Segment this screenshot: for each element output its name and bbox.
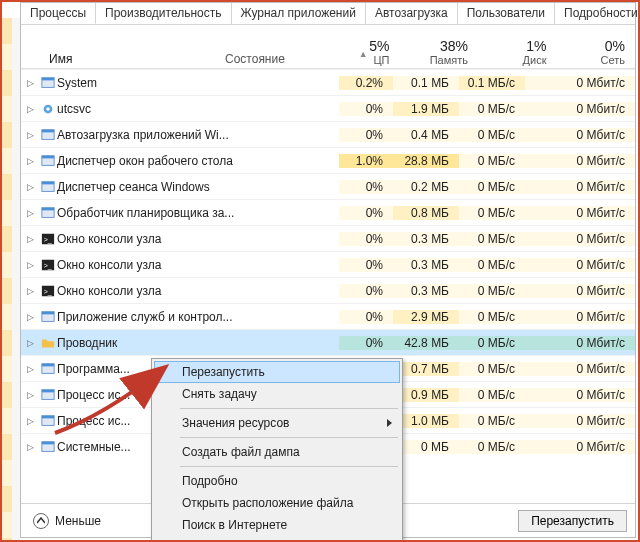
disk-cell: 0 МБ/с [459,336,525,350]
process-icon [39,414,57,428]
process-row[interactable]: ▷Диспетчер сеанса Windows0%0.2 МБ0 МБ/с0… [21,173,635,199]
disk-cell: 0 МБ/с [459,232,525,246]
cpu-cell: 0% [339,128,393,142]
tab-1[interactable]: Производительность [96,3,231,24]
net-cell: 0 Мбит/с [525,232,635,246]
cpu-cell: 0.2% [339,76,393,90]
cpu-cell: 0% [339,102,393,116]
process-row[interactable]: ▷System0.2%0.1 МБ0.1 МБ/с0 Мбит/с [21,69,635,95]
net-cell: 0 Мбит/с [525,76,635,90]
expand-icon[interactable]: ▷ [21,78,39,88]
mem-cell: 0.8 МБ [393,206,459,220]
menu-item[interactable]: Значения ресурсов [154,412,400,434]
expand-icon[interactable]: ▷ [21,442,39,452]
menu-item[interactable]: Открыть расположение файла [154,492,400,514]
disk-cell: 0 МБ/с [459,180,525,194]
mem-cell: 0.3 МБ [393,258,459,272]
net-cell: 0 Мбит/с [525,414,635,428]
net-cell: 0 Мбит/с [525,310,635,324]
process-icon [39,310,57,324]
disk-cell: 0 МБ/с [459,128,525,142]
process-row[interactable]: ▷>_Окно консоли узла0%0.3 МБ0 МБ/с0 Мбит… [21,277,635,303]
process-row[interactable]: ▷>_Окно консоли узла0%0.3 МБ0 МБ/с0 Мбит… [21,251,635,277]
menu-item[interactable]: Подробно [154,470,400,492]
tabs-bar: ПроцессыПроизводительностьЖурнал приложе… [21,3,635,25]
process-name: Приложение служб и контрол... [57,310,241,324]
mem-cell: 2.9 МБ [393,310,459,324]
cpu-cell: 0% [339,284,393,298]
expand-icon[interactable]: ▷ [21,156,39,166]
disk-cell: 0 МБ/с [459,258,525,272]
tab-4[interactable]: Пользователи [458,3,555,24]
net-cell: 0 Мбит/с [525,180,635,194]
bg-strip [0,18,12,542]
process-icon [39,180,57,194]
svg-text:>_: >_ [44,287,52,295]
menu-item[interactable]: Снять задачу [154,383,400,405]
expand-icon[interactable]: ▷ [21,312,39,322]
process-row[interactable]: ▷Проводник0%42.8 МБ0 МБ/с0 Мбит/с [21,329,635,355]
expand-icon[interactable]: ▷ [21,104,39,114]
process-icon: >_ [39,284,57,298]
tab-3[interactable]: Автозагрузка [366,3,458,24]
process-icon [39,388,57,402]
menu-item[interactable]: Поиск в Интернете [154,514,400,536]
net-cell: 0 Мбит/с [525,388,635,402]
col-name-label: Имя [49,52,213,66]
expand-icon[interactable]: ▷ [21,364,39,374]
tab-2[interactable]: Журнал приложений [232,3,366,24]
process-row[interactable]: ▷Приложение служб и контрол...0%2.9 МБ0 … [21,303,635,329]
restart-button[interactable]: Перезапустить [518,510,627,532]
cpu-cell: 0% [339,232,393,246]
col-mem: 38%Память [400,25,479,68]
disk-cell: 0.1 МБ/с [459,76,525,90]
process-row[interactable]: ▷Обработчик планировщика за...0%0.8 МБ0 … [21,199,635,225]
net-cell: 0 Мбит/с [525,128,635,142]
net-cell: 0 Мбит/с [525,258,635,272]
expand-icon[interactable]: ▷ [21,208,39,218]
cpu-cell: 1.0% [339,154,393,168]
process-icon [39,362,57,376]
menu-item[interactable]: Свойства [154,536,400,542]
fewer-details-button[interactable]: Меньше [29,511,105,531]
process-name: Диспетчер сеанса Windows [57,180,241,194]
expand-icon[interactable]: ▷ [21,130,39,140]
expand-icon[interactable]: ▷ [21,416,39,426]
expand-icon[interactable]: ▷ [21,182,39,192]
expand-icon[interactable]: ▷ [21,286,39,296]
process-icon [39,76,57,90]
svg-rect-9 [42,181,54,184]
chevron-up-icon [33,513,49,529]
col-state-label: Состояние [225,52,285,66]
process-row[interactable]: ▷utcsvc0%1.9 МБ0 МБ/с0 Мбит/с [21,95,635,121]
process-row[interactable]: ▷>_Окно консоли узла0%0.3 МБ0 МБ/с0 Мбит… [21,225,635,251]
mem-cell: 0.3 МБ [393,232,459,246]
process-name: Окно консоли узла [57,232,241,246]
tab-0[interactable]: Процессы [21,3,96,24]
col-name: Имя [21,25,221,68]
expand-icon[interactable]: ▷ [21,390,39,400]
disk-cell: 0 МБ/с [459,414,525,428]
expand-icon[interactable]: ▷ [21,260,39,270]
disk-cell: 0 МБ/с [459,102,525,116]
column-headers[interactable]: ▲ Имя Состояние 5%ЦП 38%Память 1%Диск 0%… [21,25,635,69]
process-row[interactable]: ▷Автозагрузка приложений Wi...0%0.4 МБ0 … [21,121,635,147]
menu-item[interactable]: Перезапустить [154,361,400,383]
net-cell: 0 Мбит/с [525,206,635,220]
disk-cell: 0 МБ/с [459,154,525,168]
expand-icon[interactable]: ▷ [21,234,39,244]
cpu-cell: 0% [339,206,393,220]
cpu-cell: 0% [339,336,393,350]
net-cell: 0 Мбит/с [525,362,635,376]
process-name: Обработчик планировщика за... [57,206,241,220]
tab-5[interactable]: Подробности [555,3,640,24]
svg-text:>_: >_ [44,261,52,269]
process-name: Диспетчер окон рабочего стола [57,154,241,168]
menu-item[interactable]: Создать файл дампа [154,441,400,463]
svg-text:>_: >_ [44,235,52,243]
process-row[interactable]: ▷Диспетчер окон рабочего стола1.0%28.8 М… [21,147,635,173]
expand-icon[interactable]: ▷ [21,338,39,348]
bg-strip-2 [12,18,20,542]
process-icon [39,440,57,454]
col-net: 0%Сеть [557,25,636,68]
